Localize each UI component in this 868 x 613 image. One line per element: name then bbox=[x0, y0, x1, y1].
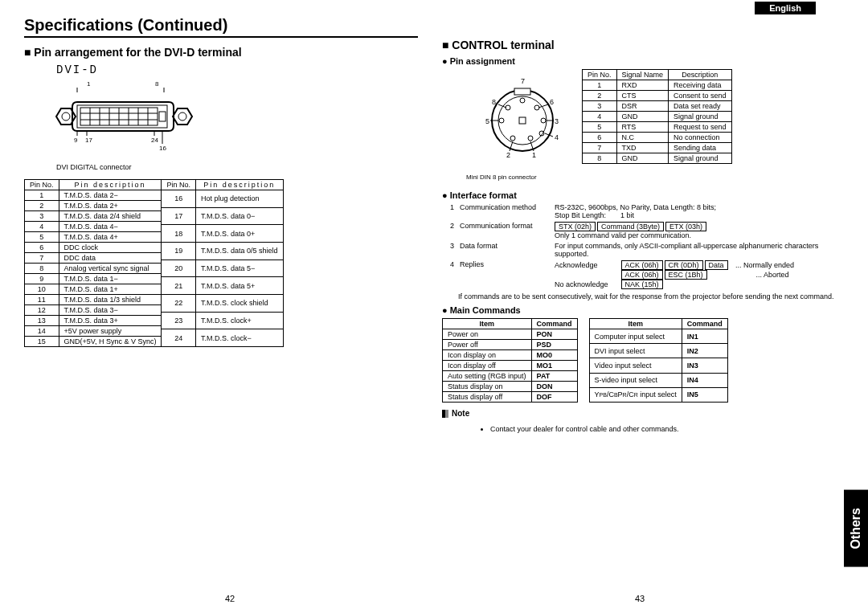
dvi-pin-tables: Pin No. Pin description 1T.M.D.S. data 2… bbox=[24, 179, 418, 347]
svg-text:1: 1 bbox=[532, 151, 536, 159]
commands-table-1: Item Command Power onPONPower offPSDIcon… bbox=[442, 318, 578, 403]
svg-marker-6 bbox=[173, 108, 192, 125]
table-row: 3DSRData set ready bbox=[583, 101, 732, 112]
table-row: 2T.M.D.S. data 2+ bbox=[25, 201, 162, 211]
table-row: S-video input selectIN4 bbox=[589, 373, 727, 387]
table-row: 1RXDReceiving data bbox=[583, 80, 732, 91]
note-heading: Note bbox=[442, 409, 844, 418]
svg-text:7: 7 bbox=[521, 77, 525, 85]
control-pin-table: Pin No. Signal Name Description 1RXDRece… bbox=[582, 69, 732, 164]
svg-text:5: 5 bbox=[485, 117, 489, 125]
table-row: 8GNDSignal ground bbox=[583, 153, 732, 164]
svg-point-34 bbox=[499, 118, 504, 123]
mini-din-caption: Mini DIN 8 pin connector bbox=[466, 174, 571, 181]
table-row: 17T.M.D.S. data 0− bbox=[162, 207, 283, 225]
table-row: 7TXDSending data bbox=[583, 143, 732, 153]
table-row: Status display offDOF bbox=[443, 392, 578, 403]
svg-rect-30 bbox=[514, 88, 530, 95]
side-tab-others: Others bbox=[844, 490, 868, 567]
svg-point-38 bbox=[528, 136, 533, 141]
table-row: 15GND(+5V, H Sync & V Sync) bbox=[25, 337, 162, 347]
dvi-heading: Pin arrangement for the DVI-D terminal bbox=[24, 46, 418, 59]
svg-point-31 bbox=[520, 98, 525, 103]
mini-din-diagram: 7 8 6 5 3 4 2 1 bbox=[474, 72, 571, 170]
svg-text:16: 16 bbox=[159, 145, 166, 152]
svg-text:8: 8 bbox=[155, 80, 159, 88]
dvi-connector-diagram: 1 8 bbox=[48, 78, 418, 160]
col-desc: Pin description bbox=[196, 180, 284, 190]
table-row: DVI input selectIN2 bbox=[589, 344, 727, 358]
table-row: 4GNDSignal ground bbox=[583, 112, 732, 122]
svg-rect-19 bbox=[159, 112, 166, 121]
main-commands-label: Main Commands bbox=[442, 305, 844, 315]
table-row: 22T.M.D.S. clock shield bbox=[162, 294, 283, 312]
table-row: 4T.M.D.S. data 4− bbox=[25, 222, 162, 232]
interface-note: If commands are to be sent consecutively… bbox=[458, 292, 844, 300]
table-row: 1T.M.D.S. data 2− bbox=[25, 190, 162, 201]
table-row: 3T.M.D.S. data 2/4 shield bbox=[25, 211, 162, 222]
svg-rect-39 bbox=[519, 117, 526, 124]
table-row: 5RTSRequest to send bbox=[583, 122, 732, 133]
svg-text:8: 8 bbox=[492, 98, 496, 106]
dvi-label: DVI-D bbox=[56, 63, 418, 76]
svg-text:4: 4 bbox=[555, 133, 559, 141]
svg-point-5 bbox=[62, 112, 70, 121]
table-row: 13T.M.D.S. data 3+ bbox=[25, 316, 162, 326]
left-page: Specifications (Continued) Pin arrangeme… bbox=[24, 16, 418, 440]
table-row: Icon display offMO1 bbox=[443, 361, 578, 371]
table-row: Icon display onMO0 bbox=[443, 350, 578, 361]
table-row: Power onPON bbox=[443, 329, 578, 340]
table-row: 16Hot plug detection bbox=[162, 190, 283, 208]
table-row: 11T.M.D.S. data 1/3 shield bbox=[25, 295, 162, 305]
col-pinno: Pin No. bbox=[25, 180, 59, 190]
interface-format-list: 1 Communication method RS-232C, 9600bps,… bbox=[450, 203, 844, 289]
interface-format-label: Interface format bbox=[442, 190, 844, 200]
svg-point-37 bbox=[510, 136, 515, 141]
svg-point-29 bbox=[498, 96, 547, 145]
svg-text:2: 2 bbox=[506, 151, 510, 159]
table-row: 14+5V power supply bbox=[25, 326, 162, 337]
table-row: 2CTSConsent to send bbox=[583, 91, 732, 101]
col-pinno: Pin No. bbox=[162, 180, 196, 190]
dvi-pin-table-1: Pin No. Pin description 1T.M.D.S. data 2… bbox=[24, 179, 162, 347]
table-row: 24T.M.D.S. clock− bbox=[162, 329, 283, 347]
note-body: Contact your dealer for control cable an… bbox=[447, 425, 844, 433]
svg-line-44 bbox=[538, 104, 548, 108]
svg-text:6: 6 bbox=[550, 98, 554, 106]
table-row: 8Analog vertical sync signal bbox=[25, 264, 162, 274]
table-row: 10T.M.D.S. data 1+ bbox=[25, 284, 162, 295]
table-row: YPB/CBPR/CR input selectIN5 bbox=[589, 387, 727, 402]
page-title: Specifications (Continued) bbox=[24, 16, 418, 38]
table-row: 18T.M.D.S. data 0+ bbox=[162, 225, 283, 243]
svg-text:3: 3 bbox=[555, 117, 559, 125]
commands-table-2: Item Command Computer input selectIN1DVI… bbox=[589, 318, 728, 403]
table-row: 12T.M.D.S. data 3− bbox=[25, 305, 162, 316]
svg-point-7 bbox=[178, 112, 186, 121]
svg-text:17: 17 bbox=[85, 137, 92, 144]
svg-point-35 bbox=[541, 118, 546, 123]
svg-point-28 bbox=[492, 90, 553, 151]
table-row: 9T.M.D.S. data 1− bbox=[25, 274, 162, 284]
right-page: English CONTROL terminal Pin assignment bbox=[442, 16, 844, 440]
table-row: Video input selectIN3 bbox=[589, 358, 727, 373]
svg-text:1: 1 bbox=[87, 80, 91, 88]
svg-text:24: 24 bbox=[151, 137, 158, 144]
col-signal: Signal Name bbox=[616, 70, 669, 80]
col-desc: Description bbox=[669, 70, 732, 80]
pin-assignment-label: Pin assignment bbox=[442, 56, 844, 66]
language-tab: English bbox=[755, 2, 816, 14]
table-row: Status display onDON bbox=[443, 382, 578, 392]
svg-text:9: 9 bbox=[74, 137, 78, 144]
table-row: 23T.M.D.S. clock+ bbox=[162, 312, 283, 329]
table-row: 6N.CNo connection bbox=[583, 133, 732, 143]
col-desc: Pin description bbox=[59, 180, 162, 190]
table-row: 7DDC data bbox=[25, 253, 162, 264]
table-row: 21T.M.D.S. data 5+ bbox=[162, 277, 283, 295]
page-number-left: 42 bbox=[225, 594, 235, 603]
svg-rect-8 bbox=[77, 105, 167, 128]
table-row: Auto setting (RGB input)PAT bbox=[443, 371, 578, 382]
table-row: 19T.M.D.S. data 0/5 shield bbox=[162, 242, 283, 260]
table-row: Computer input selectIN1 bbox=[589, 329, 727, 344]
table-row: Power offPSD bbox=[443, 340, 578, 350]
table-row: 5T.M.D.S. data 4+ bbox=[25, 232, 162, 243]
